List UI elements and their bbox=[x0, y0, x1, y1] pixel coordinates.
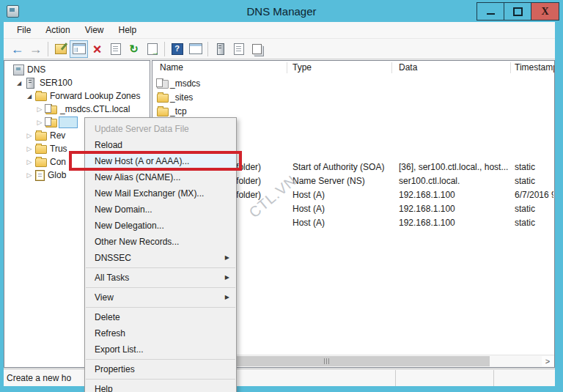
menu-item-all-tasks[interactable]: All Tasks▶ bbox=[85, 270, 236, 286]
menu-item-new-mail-exchanger-mx[interactable]: New Mail Exchanger (MX)... bbox=[85, 185, 236, 201]
cell-timestamp: 6/7/2016 9 bbox=[515, 190, 553, 200]
status-divider bbox=[493, 370, 494, 386]
server-status-button[interactable] bbox=[211, 40, 229, 58]
cell-data: [36], ser100.ctl.local., host... bbox=[399, 162, 509, 172]
cell-timestamp: static bbox=[515, 218, 553, 228]
help-button[interactable]: ? bbox=[168, 40, 186, 58]
tree-item-label: Rev bbox=[50, 130, 65, 141]
tree-item-msdcs-ctl-local[interactable]: ▷_msdcs.CTL.local bbox=[4, 103, 150, 116]
tree-item-label bbox=[59, 117, 78, 128]
dns-manager-window: DNS Manager X FileActionViewHelp ←→×↻? D… bbox=[0, 0, 563, 392]
dns-root-icon bbox=[13, 64, 24, 75]
menu-item-other-new-records[interactable]: Other New Records... bbox=[85, 234, 236, 250]
export-list-button[interactable] bbox=[143, 40, 161, 58]
expander-icon[interactable]: ◢ bbox=[23, 93, 35, 100]
menu-item-export-list[interactable]: Export List... bbox=[85, 341, 236, 358]
scroll-right-button[interactable]: > bbox=[542, 356, 553, 366]
back-button[interactable]: ← bbox=[8, 40, 26, 58]
cell-name: _msdcs bbox=[170, 78, 200, 89]
cell-data: 192.168.1.100 bbox=[399, 190, 509, 200]
tree-item-label: Trus bbox=[50, 144, 67, 154]
tree-item-label: SER100 bbox=[40, 78, 73, 88]
table-row[interactable]: _sites bbox=[152, 91, 554, 105]
show-console-tree-button[interactable] bbox=[70, 40, 88, 58]
record-list-button[interactable] bbox=[229, 40, 248, 58]
menu-item-delete[interactable]: Delete bbox=[85, 309, 236, 325]
toolbar-separator bbox=[207, 42, 208, 56]
properties-icon bbox=[111, 43, 121, 55]
refresh-icon: ↻ bbox=[129, 43, 139, 54]
menu-item-new-delegation[interactable]: New Delegation... bbox=[85, 218, 236, 234]
cell-timestamp: static bbox=[515, 176, 553, 186]
window-controls: X bbox=[477, 2, 559, 21]
column-header-type[interactable]: Type bbox=[292, 62, 312, 73]
help-icon: ? bbox=[172, 43, 183, 55]
folder-icon bbox=[35, 158, 47, 167]
table-row[interactable]: _msdcs bbox=[152, 77, 554, 91]
tree-item-label: DNS bbox=[27, 64, 45, 75]
menu-separator bbox=[86, 307, 235, 308]
forward-button[interactable]: → bbox=[26, 40, 45, 58]
menu-view[interactable]: View bbox=[78, 23, 111, 37]
expander-icon[interactable]: ▷ bbox=[23, 132, 35, 139]
tree-item-forward-lookup-zones[interactable]: ◢Forward Lookup Zones bbox=[4, 89, 150, 103]
record-list-icon bbox=[234, 43, 244, 55]
delete-icon: × bbox=[93, 42, 102, 56]
menu-file[interactable]: File bbox=[10, 23, 38, 37]
console-window-button[interactable] bbox=[186, 40, 205, 58]
cell-timestamp: static bbox=[515, 162, 553, 172]
expander-icon[interactable]: ◢ bbox=[13, 80, 25, 86]
expander-icon[interactable]: ▷ bbox=[23, 145, 35, 152]
expander-icon[interactable]: ▷ bbox=[34, 119, 45, 126]
cell-data: 192.168.1.100 bbox=[399, 218, 509, 228]
delegated-zone-icon bbox=[157, 80, 169, 89]
maximize-icon bbox=[513, 7, 523, 16]
menu-item-refresh[interactable]: Refresh bbox=[85, 325, 236, 341]
expander-icon[interactable]: ▷ bbox=[23, 158, 35, 166]
menu-item-dnssec[interactable]: DNSSEC▶ bbox=[85, 250, 236, 266]
zone-icon bbox=[45, 119, 57, 127]
delete-button[interactable]: × bbox=[88, 40, 106, 58]
cell-data: 192.168.1.100 bbox=[399, 204, 509, 214]
column-header-data[interactable]: Data bbox=[399, 62, 417, 73]
menu-action[interactable]: Action bbox=[38, 23, 77, 37]
annotation-highlight-box bbox=[69, 151, 242, 171]
folder-icon bbox=[35, 145, 47, 154]
filter-icon bbox=[252, 44, 262, 54]
menu-item-help[interactable]: Help bbox=[85, 381, 236, 392]
properties-button[interactable] bbox=[106, 40, 125, 58]
maximize-button[interactable] bbox=[504, 2, 531, 21]
menu-item-properties[interactable]: Properties bbox=[85, 361, 236, 377]
menu-separator bbox=[86, 287, 235, 288]
expander-icon[interactable]: ▷ bbox=[23, 171, 35, 179]
menu-bar: FileActionViewHelp bbox=[4, 22, 555, 38]
minimize-button[interactable] bbox=[476, 2, 504, 21]
tree-item-label: Forward Lookup Zones bbox=[50, 91, 140, 101]
title-bar[interactable]: DNS Manager X bbox=[0, 0, 563, 22]
up-one-level-button[interactable] bbox=[51, 40, 70, 58]
zone-icon bbox=[45, 106, 57, 114]
server-status-icon bbox=[217, 43, 224, 55]
status-divider bbox=[395, 370, 396, 386]
server-icon bbox=[26, 78, 34, 89]
close-button[interactable]: X bbox=[531, 2, 559, 21]
expander-icon[interactable]: ▷ bbox=[34, 106, 45, 113]
cell-name: _tcp bbox=[170, 106, 187, 117]
column-header-name[interactable]: Name bbox=[160, 62, 183, 73]
refresh-button[interactable]: ↻ bbox=[125, 40, 143, 58]
tree-item-label: Con bbox=[50, 157, 66, 167]
menu-item-view[interactable]: View▶ bbox=[85, 289, 236, 306]
menu-item-new-alias-cname[interactable]: New Alias (CNAME)... bbox=[85, 169, 236, 185]
column-divider bbox=[287, 62, 287, 73]
cell-type: Host (A) bbox=[292, 218, 325, 228]
toolbar: ←→×↻? bbox=[4, 38, 555, 59]
tree-item-label: _msdcs.CTL.local bbox=[60, 104, 130, 114]
menu-help[interactable]: Help bbox=[111, 23, 144, 37]
tree-item-dns[interactable]: DNS bbox=[4, 63, 150, 76]
folder-icon bbox=[157, 94, 169, 103]
menu-item-new-domain[interactable]: New Domain... bbox=[85, 201, 236, 218]
tree-item-ser100[interactable]: ◢SER100 bbox=[4, 76, 150, 89]
column-header-timestamp[interactable]: Timestamp bbox=[515, 62, 555, 73]
forward-icon: → bbox=[29, 42, 43, 56]
filter-button[interactable] bbox=[248, 40, 266, 58]
